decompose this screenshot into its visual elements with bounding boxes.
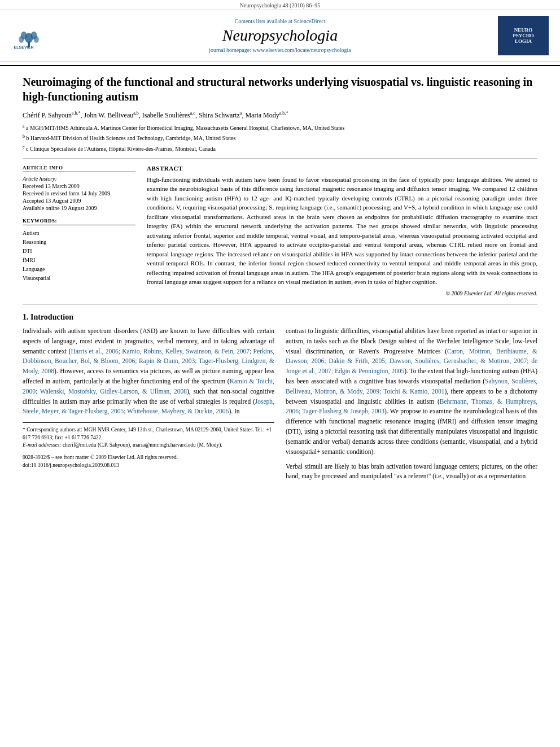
footnote-email: E-mail addresses: cherif@mit.edu (C.P. S… <box>23 442 274 449</box>
received-date: Received 13 March 2009 <box>23 183 135 189</box>
abstract-label: Abstract <box>147 165 537 172</box>
history-label: Article history: <box>23 176 135 182</box>
article-history: Article info Article history: Received 1… <box>23 165 135 211</box>
affil-2: b b Harvard-MIT Division of Health Scien… <box>23 133 537 142</box>
journal-box-text: NEUROPSYCHOLOGIA <box>513 27 534 44</box>
accepted-date: Accepted 13 August 2009 <box>23 198 135 204</box>
intro-title: 1. Introduction <box>23 313 537 322</box>
intro-divider <box>23 304 537 305</box>
journal-banner: ELSEVIER Contents lists available at Sci… <box>0 10 560 62</box>
copyright-line: © 2009 Elsevier Ltd. All rights reserved… <box>147 290 537 296</box>
abstract-text: High-functioning individuals with autism… <box>147 175 537 287</box>
elsevier-logo: ELSEVIER <box>11 18 62 54</box>
journal-header: Neuropsychologia 48 (2010) 86–95 ELS <box>0 0 560 66</box>
keywords-list: AutismReasoningDTIfMRILanguageVisuospati… <box>23 229 135 283</box>
keywords-label: Keywords: <box>23 218 135 225</box>
sciencedirect-line: Contents lists available at ScienceDirec… <box>62 18 498 24</box>
section-divider-1 <box>23 159 537 159</box>
article-info-abstract: Article info Article history: Received 1… <box>23 165 537 296</box>
intro-section: 1. Introduction Individuals with autism … <box>23 313 537 486</box>
journal-title-block: Contents lists available at ScienceDirec… <box>62 18 498 53</box>
journal-name: Neuropsychologia <box>62 27 498 45</box>
svg-point-6 <box>34 36 39 43</box>
article-info-col: Article info Article history: Received 1… <box>23 165 135 296</box>
affil-1: a a MGH/MIT/HMS Athinoula A. Martinos Ce… <box>23 123 537 132</box>
affil-3: c c Clinique Spécialisée de l'Autisme, H… <box>23 144 537 153</box>
bottom-info: 0028-3932/$ – see front matter © 2009 El… <box>23 453 274 470</box>
intro-body: Individuals with autism spectrum disorde… <box>23 326 537 486</box>
intro-para-right-2: Verbal stimuli are likely to bias brain … <box>286 462 537 482</box>
doi-line: doi:10.1016/j.neuropsychologia.2009.08.0… <box>23 461 274 469</box>
intro-right-col: contrast to linguistic difficulties, vis… <box>286 326 537 486</box>
journal-homepage: journal homepage: www.elsevier.com/locat… <box>62 47 498 53</box>
footnote-corresponding: * Corresponding authors at: MGH NMR Cent… <box>23 426 274 442</box>
svg-text:ELSEVIER: ELSEVIER <box>14 45 33 50</box>
content-area: Neuroimaging of the functional and struc… <box>0 66 560 495</box>
issn-line: 0028-3932/$ – see front matter © 2009 El… <box>23 453 274 461</box>
available-date: Available online 19 August 2009 <box>23 205 135 211</box>
intro-left-col: Individuals with autism spectrum disorde… <box>23 326 274 486</box>
footnote-area: * Corresponding authors at: MGH NMR Cent… <box>23 422 274 449</box>
svg-point-5 <box>19 36 24 43</box>
journal-logo-box: NEUROPSYCHOLOGIA <box>498 16 549 55</box>
revised-date: Received in revised form 14 July 2009 <box>23 190 135 196</box>
authors-text: Chérif P. Sahyouna,b,*, John W. Bellivea… <box>23 111 288 119</box>
authors-line: Chérif P. Sahyouna,b,*, John W. Bellivea… <box>23 111 537 120</box>
article-info-label: Article info <box>23 165 135 172</box>
affiliations: a a MGH/MIT/HMS Athinoula A. Martinos Ce… <box>23 123 537 153</box>
abstract-col: Abstract High-functioning individuals wi… <box>147 165 537 296</box>
journal-citation: Neuropsychologia 48 (2010) 86–95 <box>240 2 320 8</box>
intro-para-right-1: contrast to linguistic difficulties, vis… <box>286 326 537 457</box>
journal-top-bar: Neuropsychologia 48 (2010) 86–95 <box>0 0 560 10</box>
keywords-section: Keywords: AutismReasoningDTIfMRILanguage… <box>23 218 135 283</box>
intro-para-1: Individuals with autism spectrum disorde… <box>23 326 274 417</box>
article-title: Neuroimaging of the functional and struc… <box>23 75 537 104</box>
